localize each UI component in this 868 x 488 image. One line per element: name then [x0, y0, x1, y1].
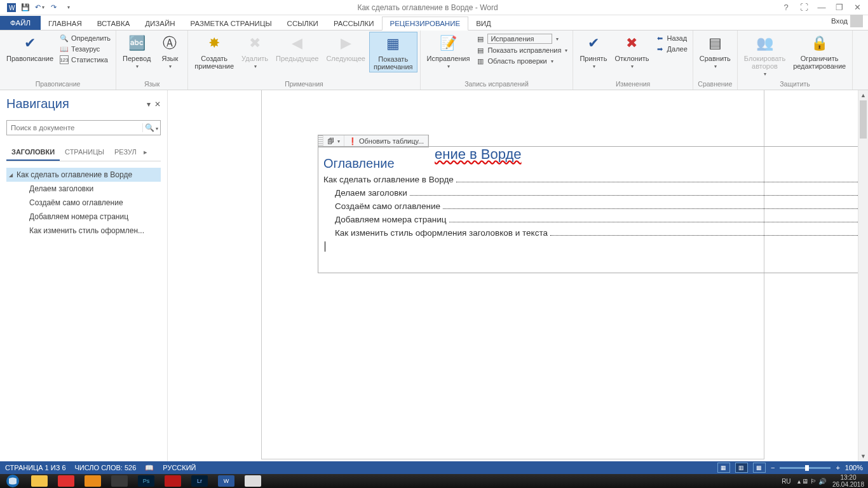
tab-file[interactable]: ФАЙЛ — [0, 16, 41, 30]
scroll-thumb[interactable] — [860, 100, 867, 139]
navtab-pages[interactable]: СТРАНИЦЫ — [60, 144, 109, 161]
proofing-icon[interactable]: 📖 — [145, 464, 154, 472]
translate-button[interactable]: 🔤Перевод▾ — [119, 32, 154, 71]
word-icon: W — [5, 1, 18, 14]
zoom-out-icon[interactable]: − — [771, 464, 775, 471]
search-input[interactable] — [7, 124, 142, 132]
taskbar-explorer[interactable] — [27, 474, 52, 488]
help-icon[interactable]: ? — [780, 3, 792, 12]
reject-button[interactable]: ✖Отклонить▾ — [611, 32, 653, 71]
taskbar-app2[interactable] — [240, 474, 266, 488]
language-button[interactable]: ⒶЯзык▾ — [154, 32, 185, 71]
view-read-icon[interactable]: ▦ — [717, 463, 730, 473]
block-authors-button: 👥Блокировать авторов▾ — [740, 32, 789, 78]
back-button[interactable]: ⬅Назад — [653, 33, 690, 43]
nav-dropdown-icon[interactable]: ▾ — [147, 100, 151, 109]
start-button[interactable] — [0, 474, 25, 488]
show-comments-button[interactable]: ▦Показать примечания — [369, 32, 417, 72]
taskbar-opera[interactable] — [53, 474, 79, 488]
document-area[interactable]: ение в Ворде 🗐▾ ❗Обновить таблицу... Огл… — [168, 90, 868, 461]
compare-button[interactable]: ▤Сравнить▾ — [696, 32, 735, 71]
navtab-more-icon[interactable]: ▸ — [142, 144, 149, 161]
tab-design[interactable]: ДИЗАЙН — [137, 17, 182, 30]
tab-review[interactable]: РЕЦЕНЗИРОВАНИЕ — [382, 17, 469, 30]
tree-item[interactable]: Создаём само оглавление — [6, 196, 161, 210]
stats-button[interactable]: 123Статистика — [57, 55, 113, 65]
toc-entry[interactable]: Создаём само оглавление3 — [323, 201, 868, 211]
zoom-slider[interactable] — [780, 467, 831, 469]
new-comment-button[interactable]: ✸Создать примечание — [191, 32, 238, 71]
next-comment-button: ▶Следующее — [322, 32, 369, 64]
toc-menu-button[interactable]: 🗐▾ — [323, 135, 344, 147]
track-changes-button[interactable]: 📝Исправления▾ — [423, 32, 474, 71]
tray-icons[interactable]: ▴ 🖥 🏳 🔊 — [797, 478, 826, 485]
ribbon: ✔Правописание 🔍Определить 📖Тезаурус 123С… — [0, 30, 868, 90]
minimize-icon[interactable]: — — [816, 3, 827, 12]
vertical-scrollbar[interactable]: ▲ ▼ — [858, 90, 868, 461]
tray-date[interactable]: 26.04.2018 — [832, 481, 864, 488]
login-link[interactable]: Вход — [826, 12, 868, 30]
search-box[interactable]: 🔍▾ — [6, 120, 161, 135]
taskbar-media[interactable] — [80, 474, 105, 488]
group-changes: ✔Принять▾ ✖Отклонить▾ ⬅Назад ➡Далее Изме… — [573, 30, 693, 90]
forward-button[interactable]: ➡Далее — [653, 44, 690, 54]
status-page[interactable]: СТРАНИЦА 1 ИЗ 6 — [5, 464, 66, 471]
restrict-edit-button[interactable]: 🔒Ограничить редактирование — [789, 32, 850, 71]
close-icon[interactable]: ✕ — [851, 3, 863, 12]
taskbar-word[interactable]: W — [214, 474, 239, 488]
ribbon-options-icon[interactable]: ⛶ — [798, 3, 810, 12]
scroll-up-icon[interactable]: ▲ — [858, 90, 868, 100]
tab-mailings[interactable]: РАССЫЛКИ — [326, 17, 382, 30]
toc-entry[interactable]: Как изменить стиль оформления заголовков… — [323, 228, 868, 238]
navtab-headings[interactable]: ЗАГОЛОВКИ — [6, 144, 60, 161]
tab-home[interactable]: ГЛАВНАЯ — [41, 17, 90, 30]
group-comments: ✸Создать примечание ✖Удалить▾ ◀Предыдуще… — [188, 30, 420, 90]
toc-entry[interactable]: Как сделать оглавление в Ворде1 — [323, 175, 868, 184]
tab-references[interactable]: ССЫЛКИ — [280, 17, 326, 30]
tray-keyboard[interactable]: RU — [782, 478, 790, 485]
save-icon[interactable]: 💾 — [19, 1, 32, 14]
tab-layout[interactable]: РАЗМЕТКА СТРАНИЦЫ — [183, 17, 280, 30]
tracking-dropdown[interactable]: ▤Исправления▾ — [473, 33, 570, 44]
zoom-in-icon[interactable]: + — [836, 464, 839, 471]
toc-field[interactable]: 🗐▾ ❗Обновить таблицу... Оглавление Как с… — [318, 146, 868, 273]
zoom-level[interactable]: 100% — [845, 464, 863, 471]
toc-entry-text: Создаём само оглавление — [335, 201, 440, 211]
tab-insert[interactable]: ВСТАВКА — [90, 17, 138, 30]
toc-leader — [456, 175, 868, 182]
tray-time[interactable]: 13:20 — [840, 474, 856, 481]
undo-icon[interactable]: ↶▾ — [33, 1, 46, 14]
redo-icon[interactable]: ↷ — [47, 1, 60, 14]
status-words[interactable]: ЧИСЛО СЛОВ: 526 — [75, 464, 137, 471]
spelling-button[interactable]: ✔Правописание — [3, 32, 57, 64]
view-web-icon[interactable]: ▩ — [753, 463, 766, 473]
navtab-results[interactable]: РЕЗУЛ — [109, 144, 142, 161]
tree-root[interactable]: Как сделать оглавление в Ворде — [6, 168, 161, 182]
scroll-down-icon[interactable]: ▼ — [858, 451, 868, 461]
search-icon[interactable]: 🔍▾ — [142, 123, 160, 132]
tree-item[interactable]: Как изменить стиль оформлен... — [6, 224, 161, 238]
nav-close-icon[interactable]: ✕ — [154, 100, 161, 109]
view-print-icon[interactable]: ▥ — [735, 463, 748, 473]
review-pane-button[interactable]: ▥Область проверки▾ — [473, 56, 570, 66]
toc-entry[interactable]: Делаем заголовки2 — [323, 188, 868, 198]
qat-dropdown-icon[interactable]: ▾ — [62, 1, 75, 14]
navigation-pane: Навигация ▾✕ 🔍▾ ЗАГОЛОВКИ СТРАНИЦЫ РЕЗУЛ… — [0, 90, 168, 461]
thesaurus-button[interactable]: 📖Тезаурус — [57, 44, 113, 54]
tab-view[interactable]: ВИД — [468, 17, 499, 30]
taskbar-photoshop[interactable]: Ps — [133, 474, 159, 488]
maximize-icon[interactable]: ❐ — [834, 3, 845, 12]
status-language[interactable]: РУССКИЙ — [163, 464, 196, 471]
tree-item[interactable]: Делаем заголовки — [6, 182, 161, 196]
update-table-button[interactable]: ❗Обновить таблицу... — [344, 135, 428, 147]
taskbar-acrobat[interactable] — [160, 474, 186, 488]
accept-button[interactable]: ✔Принять▾ — [576, 32, 611, 71]
tree-item[interactable]: Добавляем номера страниц — [6, 210, 161, 224]
define-button[interactable]: 🔍Определить — [57, 33, 113, 43]
taskbar-lightroom[interactable]: Lr — [187, 474, 212, 488]
toc-entry[interactable]: Добавляем номера страниц4 — [323, 215, 868, 224]
show-markup-button[interactable]: ▤Показать исправления▾ — [473, 45, 570, 55]
window-controls: ? ⛶ — ❐ ✕ — [780, 3, 868, 12]
taskbar-app1[interactable] — [107, 474, 132, 488]
drag-handle-icon[interactable] — [318, 135, 323, 147]
